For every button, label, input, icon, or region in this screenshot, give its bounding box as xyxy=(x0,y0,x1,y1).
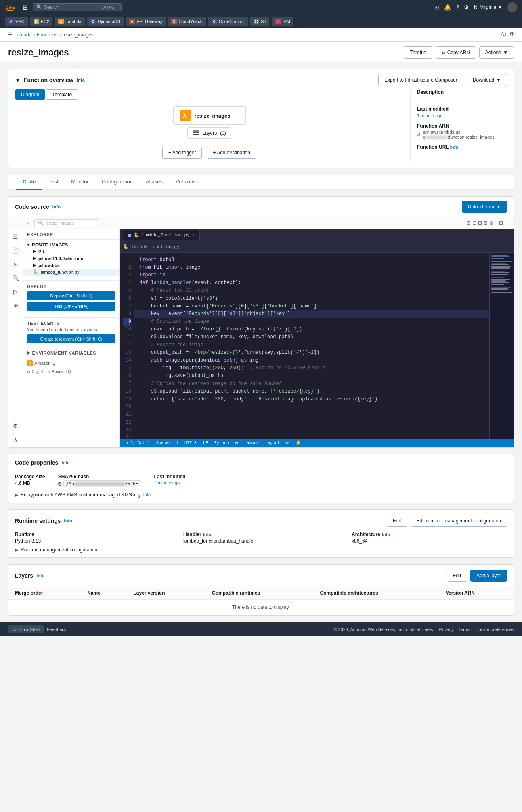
search-input[interactable] xyxy=(44,4,101,10)
file-path-bar: 🐍 lambda_function.py xyxy=(120,242,514,253)
create-test-event-button[interactable]: Create test event (Ctrl+Shift+C) xyxy=(27,334,115,343)
function-url-info-link[interactable]: Info xyxy=(450,145,458,149)
service-apigateway[interactable]: A API Gateway xyxy=(126,17,166,26)
copy-arn-button[interactable]: ⧉ Copy ARN xyxy=(436,46,476,59)
explorer-more-icon[interactable]: ⋯ xyxy=(111,231,115,237)
export-infrastructure-button[interactable]: Export to Infrastructure Composer xyxy=(378,74,463,86)
files-icon[interactable]: 📄 xyxy=(11,246,20,255)
service-iam[interactable]: I IAM xyxy=(272,17,293,26)
back-nav-button[interactable]: ← xyxy=(12,219,21,227)
privacy-link[interactable]: Privacy xyxy=(439,627,454,632)
edit-runtime-management-button[interactable]: Edit runtime management configuration xyxy=(411,515,507,527)
service-vpc[interactable]: V VPC xyxy=(5,17,28,26)
breadcrumb-functions[interactable]: Functions xyxy=(36,32,57,38)
add-layer-button[interactable]: Add a layer xyxy=(470,570,507,582)
editor-file-tab-lambda[interactable]: 🐍 lambda_function.py ✕ xyxy=(123,230,200,241)
git-icon[interactable]: ⊙ xyxy=(12,260,19,269)
upload-from-button[interactable]: Upload from ▼ xyxy=(462,201,507,213)
search-sidebar-icon[interactable]: 🔍 xyxy=(11,273,20,282)
bell-icon[interactable]: 🔔 xyxy=(444,4,451,11)
service-cloudwatch[interactable]: C CloudWatch xyxy=(168,17,206,26)
tab-configuration[interactable]: Configuration xyxy=(95,175,139,190)
editor-more-icon[interactable]: ⋯ xyxy=(505,220,510,226)
hamburger-icon[interactable]: ☰ xyxy=(12,232,19,241)
handler-info-link[interactable]: Info xyxy=(203,532,211,537)
close-tab-icon[interactable]: ✕ xyxy=(192,232,195,239)
code-source-info[interactable]: Info xyxy=(52,204,61,209)
diagram-tab[interactable]: Diagram xyxy=(15,89,45,100)
aws-logo[interactable] xyxy=(5,3,18,11)
add-trigger-button[interactable]: + Add trigger xyxy=(162,147,202,159)
file-tree-pillow-libs[interactable]: ▶ pillow.libs xyxy=(23,262,119,269)
terminal-icon[interactable]: ⊡ xyxy=(434,4,439,11)
add-destination-button[interactable]: + Add destination xyxy=(207,147,256,159)
chevron-down-icon: ▼ xyxy=(503,50,508,55)
file-tree-pil[interactable]: ▶ PIL xyxy=(23,248,119,255)
forward-nav-button[interactable]: → xyxy=(23,219,32,227)
encryption-expand[interactable]: ▶ Encryption with AWS KMS customer manag… xyxy=(15,492,507,498)
runtime-info-link[interactable]: Info xyxy=(64,518,72,523)
arn-copy-icon[interactable]: ⧉ xyxy=(417,132,421,137)
apps-grid-icon[interactable]: ⊞ xyxy=(21,4,29,11)
tab-code[interactable]: Code xyxy=(16,175,42,190)
service-dynamodb[interactable]: D DynamoDB xyxy=(87,17,124,26)
region-selector[interactable]: N. Virginia ▼ xyxy=(474,4,503,10)
tab-test[interactable]: Test xyxy=(42,175,65,190)
layers-edit-button[interactable]: Edit xyxy=(447,570,467,582)
actions-button[interactable]: Actions ▼ xyxy=(479,46,514,59)
runtime-edit-button[interactable]: Edit xyxy=(387,515,407,527)
grid-icon[interactable]: ⊟ xyxy=(478,220,482,226)
fullscreen-icon[interactable]: ⊛ xyxy=(489,220,493,226)
lambda-status-icon: ⊡ xyxy=(235,440,238,446)
tab-monitor[interactable]: Monitor xyxy=(65,175,95,190)
cloudwatch-icon: C xyxy=(171,19,177,24)
deploy-button[interactable]: Deploy (Ctrl+Shift+U) xyxy=(27,291,115,300)
code-editor[interactable]: 🐍 lambda_function.py ✕ 🐍 lambda_function… xyxy=(120,229,514,447)
template-tab[interactable]: Template xyxy=(46,89,78,100)
info-circle-icon[interactable]: ⓘ xyxy=(501,31,506,38)
service-ec2[interactable]: E EC2 xyxy=(30,17,52,26)
layers-info-link[interactable]: Info xyxy=(36,573,44,578)
file-tree-pillow-dist[interactable]: ▶ pillow-11.0.0.dist-info xyxy=(23,255,119,262)
download-button[interactable]: Download ▼ xyxy=(467,74,507,86)
help-icon[interactable]: ? xyxy=(456,4,459,11)
gear-sidebar-icon[interactable]: ⚙ xyxy=(12,421,19,430)
split-horizontal-icon[interactable]: ⊞ xyxy=(467,220,471,226)
menu-icon[interactable]: ☰ xyxy=(8,32,13,38)
throttle-button[interactable]: Throttle xyxy=(404,46,432,59)
editor-split-pane-icon[interactable]: ⊞ xyxy=(499,220,503,226)
service-s3[interactable]: S3 S3 xyxy=(250,17,269,26)
lambda-sidebar-icon[interactable]: λ xyxy=(13,435,18,444)
debug-icon[interactable]: ▷ xyxy=(12,287,19,296)
tab-aliases[interactable]: Aliases xyxy=(139,175,169,190)
breadcrumb-lambda[interactable]: Lambda xyxy=(14,32,31,38)
service-lambda[interactable]: λ Lambda xyxy=(55,17,85,26)
extensions-icon[interactable]: ⊞ xyxy=(12,301,19,310)
columns-icon[interactable]: ⊠ xyxy=(484,220,488,226)
collapse-icon[interactable]: ▼ xyxy=(15,77,21,83)
last-modified-link[interactable]: 1 minute ago xyxy=(417,113,443,118)
split-vertical-icon[interactable]: ⊡ xyxy=(472,220,476,226)
tab-versions[interactable]: Versions xyxy=(169,175,202,190)
code-modified-link[interactable]: 1 minute ago xyxy=(154,480,180,485)
runtime-mgmt-expand[interactable]: ▶ Runtime management configuration xyxy=(15,547,507,553)
code-props-info[interactable]: Info xyxy=(61,460,69,465)
global-search[interactable]: 🔍 [Alt+S] xyxy=(33,3,122,11)
arch-info-link[interactable]: Info xyxy=(382,532,390,537)
settings-gear-icon[interactable]: ⚙ xyxy=(509,31,514,38)
feedback-link[interactable]: Feedback xyxy=(47,627,66,632)
settings-icon[interactable]: ⚙ xyxy=(464,4,469,11)
test-events-link[interactable]: test events. xyxy=(75,327,98,332)
file-tree-lambda-function[interactable]: 🐍 lambda_function.py xyxy=(23,269,119,276)
test-shortcut-button[interactable]: Test (Ctrl+Shift+I) xyxy=(27,302,115,311)
editor-search-bar[interactable]: 🔍 resize_images xyxy=(34,219,99,227)
user-avatar[interactable] xyxy=(507,2,517,12)
cloudshell-button[interactable]: ⊡ CloudShell xyxy=(8,625,44,633)
service-codecommit[interactable]: C CodeCommit xyxy=(208,17,248,26)
cookie-link[interactable]: Cookie preferences xyxy=(476,627,514,632)
file-tree-root[interactable]: ▾ RESIZE_IMAGES xyxy=(23,241,119,248)
overview-info-link[interactable]: Info xyxy=(77,78,85,82)
encryption-info-link[interactable]: Info xyxy=(143,492,151,497)
terms-link[interactable]: Terms xyxy=(459,627,471,632)
copy-hash-icon[interactable]: ⧉ xyxy=(58,481,62,487)
